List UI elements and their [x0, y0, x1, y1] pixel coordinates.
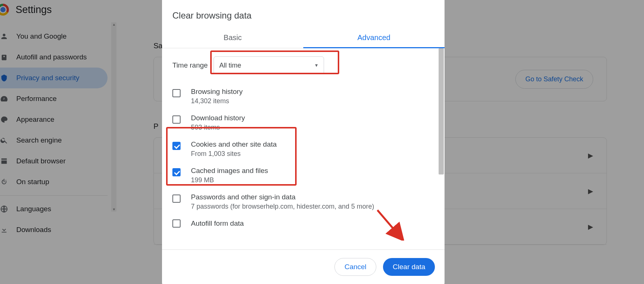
option-browsing-history[interactable]: Browsing history 14,302 items [172, 83, 437, 110]
cancel-button[interactable]: Cancel [334, 258, 376, 276]
clear-data-button[interactable]: Clear data [383, 258, 435, 276]
scrollbar-thumb[interactable] [439, 48, 444, 174]
time-range-row: Time range All time ▼ [172, 56, 437, 74]
option-subtitle: From 1,003 sites [191, 150, 277, 158]
chevron-down-icon: ▼ [314, 63, 319, 68]
option-subtitle: 7 passwords (for browserhelp.com, hidest… [191, 203, 374, 210]
dialog-scrollbar[interactable] [438, 48, 445, 249]
dialog-title: Clear browsing data [162, 0, 445, 28]
option-subtitle: 14,302 items [191, 97, 242, 105]
clear-browsing-data-dialog: Clear browsing data Basic Advanced Time … [162, 0, 445, 284]
option-cached-images[interactable]: Cached images and files 199 MB [172, 162, 437, 189]
option-cookies[interactable]: Cookies and other site data From 1,003 s… [172, 136, 437, 162]
dialog-tabs: Basic Advanced [162, 28, 445, 48]
option-title: Browsing history [191, 88, 242, 96]
option-title: Passwords and other sign-in data [191, 193, 374, 201]
dialog-footer: Cancel Clear data [162, 249, 445, 284]
checkbox-passwords[interactable] [172, 195, 181, 203]
tab-basic[interactable]: Basic [162, 28, 303, 48]
option-title: Download history [191, 114, 245, 122]
option-autofill[interactable]: Autofill form data [172, 215, 437, 232]
option-subtitle: 199 MB [191, 176, 268, 184]
tab-advanced[interactable]: Advanced [303, 28, 445, 48]
checkbox-autofill[interactable] [172, 219, 181, 228]
checkbox-download-history[interactable] [172, 115, 181, 124]
checkbox-cached-images[interactable] [172, 168, 181, 176]
checkbox-cookies[interactable] [172, 142, 181, 150]
time-range-select[interactable]: All time ▼ [214, 56, 324, 74]
dialog-body: Time range All time ▼ Browsing history 1… [162, 48, 445, 249]
time-range-label: Time range [172, 61, 208, 69]
checkbox-browsing-history[interactable] [172, 89, 181, 97]
option-title: Cookies and other site data [191, 140, 277, 148]
option-title: Cached images and files [191, 167, 268, 175]
option-subtitle: 503 items [191, 124, 245, 131]
option-passwords[interactable]: Passwords and other sign-in data 7 passw… [172, 189, 437, 215]
option-download-history[interactable]: Download history 503 items [172, 110, 437, 136]
time-range-value: All time [219, 62, 241, 69]
option-title: Autofill form data [191, 219, 244, 228]
